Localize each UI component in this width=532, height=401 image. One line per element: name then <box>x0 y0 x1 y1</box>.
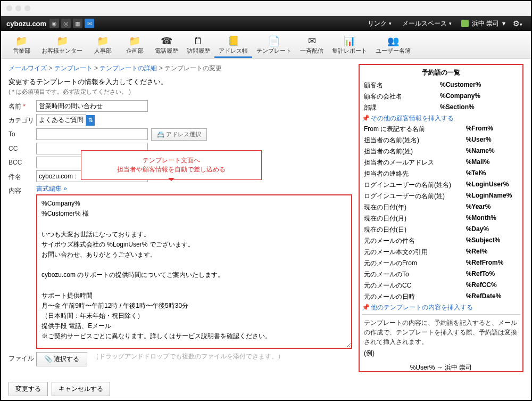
insert-customer-link[interactable]: 📌その他の顧客情報を挿入する <box>362 114 520 123</box>
brand: cybozu.com <box>6 20 46 28</box>
reserved-key: ログインユーザーの名前(姓) <box>363 191 464 201</box>
tab-label: ユーザー名簿 <box>376 47 411 55</box>
gear-icon[interactable]: ⚙▾ <box>510 19 526 28</box>
reserved-row: 現在の日付(年)%Year% <box>363 202 519 212</box>
tab-label: テンプレート <box>256 47 292 55</box>
reserved-key: ログインユーザーの名前(姓名) <box>363 180 464 190</box>
tab-icon: 📁 <box>95 35 110 47</box>
globe-icon[interactable]: ◉ <box>49 19 59 28</box>
format-edit-link[interactable]: 書式編集 » <box>36 185 67 192</box>
pin-icon: 📌 <box>362 114 370 122</box>
tab-9[interactable]: 📊集計レポート <box>328 33 371 58</box>
apps-icon[interactable]: ▦ <box>73 19 82 28</box>
reserved-key: 担当者の名前(姓名) <box>363 135 464 145</box>
tab-5[interactable]: 🗒訪問履歴 <box>182 33 214 58</box>
tab-10[interactable]: 👥ユーザー名簿 <box>371 33 415 58</box>
tab-4[interactable]: ☎電話履歴 <box>151 33 182 58</box>
tab-icon: ✉ <box>304 35 319 47</box>
pin-icon: 📌 <box>362 304 370 311</box>
label-category: カテゴリ <box>9 114 36 125</box>
tab-label: お客様センター <box>41 47 82 55</box>
tab-label: 電話履歴 <box>155 47 178 55</box>
tab-label: 集計レポート <box>332 47 367 55</box>
reserved-row: 顧客の会社名%Company% <box>363 92 519 102</box>
reserved-value: %LoginName% <box>465 191 519 201</box>
label-to: To <box>9 128 36 138</box>
user-menu[interactable]: 浜中 崇司 ▾ <box>457 19 510 28</box>
name-input[interactable] <box>36 100 148 112</box>
label-name: 名前 * <box>9 100 36 111</box>
cancel-button[interactable]: キャンセルする <box>52 382 110 396</box>
reserved-row: 現在の日付(月)%Month% <box>363 214 519 224</box>
reserved-key: 顧客名 <box>363 80 438 91</box>
tab-1[interactable]: 📁お客様センター <box>37 33 87 58</box>
to-input[interactable] <box>36 128 148 140</box>
reserved-key: 担当者の名前(姓) <box>363 146 464 157</box>
bc-current: テンプレートの変更 <box>164 64 222 72</box>
min-dot[interactable] <box>15 5 21 11</box>
reserved-row: 担当者の名前(姓)%Name% <box>363 146 519 157</box>
reserved-value: %Company% <box>439 92 519 102</box>
reserved-key: 担当者のメールアドレス <box>363 158 464 168</box>
tab-8[interactable]: ✉一斉配信 <box>296 33 328 58</box>
reserved-value: %RefDate% <box>465 292 519 302</box>
reserved-value: %Ref% <box>465 247 519 257</box>
tab-3[interactable]: 📁企画部 <box>119 33 151 58</box>
menu-mailspace[interactable]: メールスペース▾ <box>397 19 457 28</box>
bc-root[interactable]: メールワイズ <box>9 64 47 72</box>
reserved-row: 部課%Section% <box>363 103 519 113</box>
reserved-value: %RefTo% <box>465 269 519 280</box>
page-heading: 変更するテンプレートの情報を入力してください。 <box>9 77 352 87</box>
reserved-value: %Mail% <box>465 158 519 168</box>
close-dot[interactable] <box>6 5 12 11</box>
tab-icon: 🗒 <box>191 35 206 47</box>
select-arrows-icon[interactable]: ⇅ <box>86 115 95 126</box>
reserved-key: 部課 <box>363 103 438 113</box>
tab-icon: 📒 <box>226 35 241 47</box>
tab-icon: 📊 <box>342 35 357 47</box>
mail-icon[interactable]: ✉ <box>85 19 94 28</box>
tab-icon: 👥 <box>386 35 401 47</box>
tab-icon: 📁 <box>127 35 142 47</box>
reserved-key: From に表記する名前 <box>363 124 464 134</box>
label-cc: CC <box>9 143 36 152</box>
target-icon[interactable]: ◎ <box>61 19 71 28</box>
required-note: ( * は必須項目です。必ず設定してください。 ) <box>9 88 352 96</box>
reserved-words-panel: 予約語の一覧 顧客名%Customer%顧客の会社名%Company%部課%Se… <box>359 64 523 372</box>
user-name: 浜中 崇司 <box>472 19 499 28</box>
save-button[interactable]: 変更する <box>9 382 48 396</box>
file-select-button[interactable]: 📎 選択する <box>36 352 87 366</box>
tab-icon: 📁 <box>14 35 29 47</box>
label-subject: 件名 <box>9 170 36 182</box>
insert-template-link[interactable]: 📌他のテンプレートの内容を挿入する <box>362 303 520 312</box>
category-select[interactable]: よくあるご質問 <box>36 114 86 126</box>
reserved-row: 元のメールのFrom%RefFrom% <box>363 258 519 268</box>
reserved-row: 担当者のメールアドレス%Mail% <box>363 158 519 168</box>
tab-7[interactable]: 📄テンプレート <box>252 33 296 58</box>
tab-label: 一斉配信 <box>300 47 323 55</box>
reserved-key: 元のメールのCC <box>363 281 464 291</box>
tab-label: 人事部 <box>94 47 112 55</box>
tab-label: 企画部 <box>126 47 144 55</box>
tab-2[interactable]: 📁人事部 <box>87 33 119 58</box>
example-label: (例) <box>362 347 520 360</box>
max-dot[interactable] <box>24 5 30 11</box>
label-body: 内容 <box>9 184 36 195</box>
reserved-value: %Day% <box>465 225 519 235</box>
tab-6[interactable]: 📒アドレス帳 <box>214 33 252 58</box>
reserved-key: 現在の日付(日) <box>363 225 464 235</box>
address-select-button[interactable]: 📇 アドレス選択 <box>151 128 207 141</box>
tab-label: 営業部 <box>13 47 30 55</box>
reserved-value: %RefFrom% <box>465 258 519 268</box>
menu-link[interactable]: リンク▾ <box>362 19 397 28</box>
bc-templates[interactable]: テンプレート <box>54 64 93 72</box>
reserved-row: ログインユーザーの名前(姓)%LoginName% <box>363 191 519 201</box>
body-textarea[interactable]: %Company% %Customer% 様 いつも大変お世話になっております。… <box>36 194 352 349</box>
reserved-title: 予約語の一覧 <box>362 66 520 79</box>
app-window: cybozu.com ◉ ◎ ▦ ✉ リンク▾ メールスペース▾ 浜中 崇司 ▾… <box>0 0 532 401</box>
bc-detail[interactable]: テンプレートの詳細 <box>99 64 157 72</box>
reserved-value: %Year% <box>465 202 519 212</box>
tab-0[interactable]: 📁営業部 <box>5 33 37 58</box>
callout: テンプレート文面へ 担当者や顧客情報を自動で差し込める <box>81 150 262 180</box>
mac-titlebar <box>1 1 531 16</box>
